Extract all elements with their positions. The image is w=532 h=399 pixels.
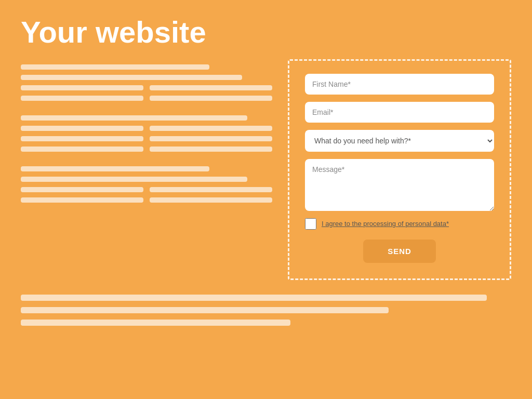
deco-two-col-7	[21, 197, 272, 203]
deco-two-col-3	[21, 126, 272, 131]
footer-line-2	[21, 307, 389, 313]
deco-line-1	[21, 64, 209, 70]
deco-line-7	[21, 115, 247, 121]
deco-line-12	[21, 147, 143, 152]
contact-form-panel: What do you need help with?* General Inq…	[288, 59, 511, 280]
main-content: What do you need help with?* General Inq…	[21, 59, 511, 280]
deco-line-6	[150, 96, 272, 101]
message-textarea[interactable]	[305, 159, 494, 211]
deco-line-10	[21, 136, 143, 141]
deco-line-3	[21, 85, 143, 90]
deco-line-17	[150, 187, 272, 192]
deco-two-col-1	[21, 85, 272, 90]
footer-section	[21, 295, 511, 326]
page-wrapper: Your website	[0, 0, 532, 399]
deco-two-col-6	[21, 187, 272, 192]
agree-label[interactable]: I agree to the processing of personal da…	[322, 220, 449, 228]
deco-line-2	[21, 75, 242, 80]
deco-two-col-4	[21, 136, 272, 141]
deco-line-18	[21, 197, 143, 203]
deco-line-5	[21, 96, 143, 101]
site-title: Your website	[21, 16, 511, 49]
footer-line-3	[21, 320, 290, 326]
deco-line-8	[21, 126, 143, 131]
email-input[interactable]	[305, 102, 494, 123]
deco-line-15	[21, 177, 247, 182]
help-select[interactable]: What do you need help with?* General Inq…	[305, 130, 494, 152]
deco-line-11	[150, 136, 272, 141]
agree-checkbox[interactable]	[305, 218, 316, 230]
first-name-input[interactable]	[305, 74, 494, 95]
deco-line-13	[150, 147, 272, 152]
deco-line-14	[21, 166, 209, 171]
left-panel	[21, 59, 272, 280]
deco-two-col-5	[21, 147, 272, 152]
deco-line-19	[150, 197, 272, 203]
footer-line-1	[21, 295, 487, 301]
deco-line-16	[21, 187, 143, 192]
send-button[interactable]: SEND	[363, 240, 436, 263]
checkbox-row: I agree to the processing of personal da…	[305, 218, 494, 230]
deco-line-9	[150, 126, 272, 131]
deco-two-col-2	[21, 96, 272, 101]
deco-line-4	[150, 85, 272, 90]
